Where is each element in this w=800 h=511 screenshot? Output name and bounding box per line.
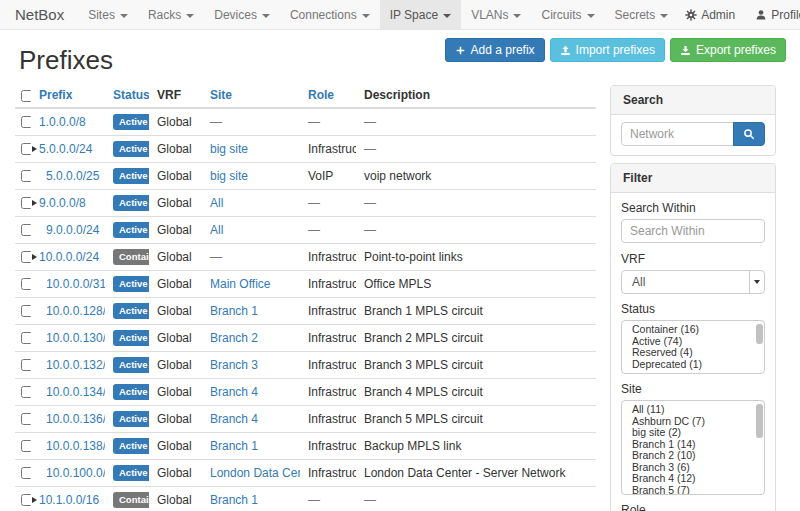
nav-item-sites[interactable]: Sites (78, 0, 138, 29)
site-link[interactable]: All (210, 223, 223, 237)
search-input[interactable] (621, 122, 734, 146)
listbox-option[interactable]: Reserved (4) (622, 347, 764, 359)
row-checkbox[interactable] (21, 440, 31, 452)
status-listbox[interactable]: Container (16)Active (74)Reserved (4)Dep… (621, 320, 765, 374)
description-cell: Branch 1 MPLS circuit (356, 298, 596, 325)
row-checkbox[interactable] (21, 332, 31, 344)
app-brand[interactable]: NetBox (0, 0, 78, 29)
site-link[interactable]: Branch 1 (210, 304, 258, 318)
nav-item-connections[interactable]: Connections (280, 0, 380, 29)
row-checkbox[interactable] (21, 494, 31, 506)
row-checkbox[interactable] (21, 197, 31, 209)
row-checkbox[interactable] (21, 251, 31, 263)
prefix-link[interactable]: 9.0.0.0/24 (46, 223, 99, 237)
row-checkbox[interactable] (21, 278, 31, 290)
listbox-option[interactable]: All (11) (622, 404, 764, 416)
listbox-option[interactable]: Deprecated (1) (622, 359, 764, 371)
prefix-link[interactable]: 10.0.0.128/31 (46, 304, 105, 318)
role-filter-label: Role (621, 503, 765, 511)
empty-value: — (308, 115, 320, 129)
prefix-link[interactable]: 10.0.0.130/31 (46, 331, 105, 345)
description-cell: — (356, 217, 596, 244)
prefix-link[interactable]: 10.1.0.0/16 (39, 493, 99, 507)
site-link[interactable]: big site (210, 142, 248, 156)
prefix-link[interactable]: 10.0.0.132/31 (46, 358, 105, 372)
role-cell: Infrastructure (300, 136, 356, 163)
scrollbar-thumb[interactable] (756, 404, 763, 438)
prefix-link[interactable]: 10.0.100.0/24 (46, 466, 105, 480)
site-link[interactable]: Branch 3 (210, 358, 258, 372)
site-link[interactable]: Branch 4 (210, 385, 258, 399)
nav-item-profile[interactable]: Profile (748, 0, 800, 29)
prefix-link[interactable]: 1.0.0.0/8 (39, 115, 86, 129)
site-cell: Branch 1 (202, 487, 300, 511)
nav-item-circuits[interactable]: Circuits (531, 0, 604, 29)
prefix-link[interactable]: 10.0.0.0/31 (46, 277, 105, 291)
site-link[interactable]: Main Office (210, 277, 270, 291)
listbox-option[interactable]: Container (16) (622, 324, 764, 336)
site-link[interactable]: Branch 1 (210, 439, 258, 453)
import-prefixes-button[interactable]: Import prefixes (550, 38, 665, 62)
add-prefix-button[interactable]: Add a prefix (445, 38, 545, 62)
site-link[interactable]: All (210, 196, 223, 210)
column-header-role[interactable]: Role (300, 83, 356, 108)
table-action-buttons: Add a prefix Import prefixes Export pref… (445, 38, 786, 62)
listbox-option[interactable]: Branch 5 (7) (622, 485, 764, 496)
nav-item-admin[interactable]: Admin (678, 0, 742, 29)
row-checkbox[interactable] (21, 413, 31, 425)
description-value: Backup MPLS link (364, 439, 461, 453)
column-header-status[interactable]: Status (105, 83, 149, 108)
site-link[interactable]: Branch 4 (210, 412, 258, 426)
prefix-link[interactable]: 10.0.0.138/31 (46, 439, 105, 453)
nav-item-vlans[interactable]: VLANs (461, 0, 531, 29)
row-checkbox[interactable] (21, 224, 31, 236)
site-link[interactable]: big site (210, 169, 248, 183)
vrf-select[interactable]: All (621, 270, 765, 294)
row-checkbox[interactable] (21, 170, 31, 182)
prefix-link[interactable]: 10.0.0.134/31 (46, 385, 105, 399)
site-link[interactable]: Branch 1 (210, 493, 258, 507)
listbox-option[interactable]: big site (2) (622, 427, 764, 439)
select-all-checkbox[interactable] (21, 90, 31, 102)
prefix-link[interactable]: 5.0.0.0/24 (39, 142, 92, 156)
vrf-value: Global (157, 223, 192, 237)
site-filter-label: Site (621, 382, 765, 396)
row-checkbox[interactable] (21, 305, 31, 317)
row-checkbox[interactable] (21, 467, 31, 479)
expand-caret-icon[interactable] (32, 146, 37, 152)
site-listbox[interactable]: All (11)Ashburn DC (7)big site (2)Branch… (621, 400, 765, 495)
site-link[interactable]: London Data Center (210, 466, 300, 480)
site-link[interactable]: Branch 2 (210, 331, 258, 345)
expand-caret-icon[interactable] (32, 254, 37, 260)
empty-value: — (308, 196, 320, 210)
import-prefixes-label: Import prefixes (576, 43, 655, 57)
vrf-value: Global (157, 196, 192, 210)
prefix-link[interactable]: 9.0.0.0/8 (39, 196, 86, 210)
scrollbar-thumb[interactable] (756, 324, 763, 344)
row-checkbox[interactable] (21, 116, 31, 128)
nav-item-devices[interactable]: Devices (204, 0, 280, 29)
status-badge: Active (113, 438, 149, 454)
row-checkbox[interactable] (21, 386, 31, 398)
role-value: Infrastructure (308, 466, 356, 480)
listbox-option[interactable]: Branch 4 (12) (622, 473, 764, 485)
search-button[interactable] (733, 122, 765, 146)
nav-item-racks[interactable]: Racks (138, 0, 204, 29)
role-cell: — (300, 108, 356, 136)
listbox-option[interactable]: Branch 2 (10) (622, 450, 764, 462)
prefix-link[interactable]: 10.0.0.136/31 (46, 412, 105, 426)
prefix-link[interactable]: 5.0.0.0/25 (46, 169, 99, 183)
nav-item-secrets[interactable]: Secrets (605, 0, 679, 29)
expand-caret-icon[interactable] (32, 497, 37, 503)
column-header-site[interactable]: Site (202, 83, 300, 108)
row-checkbox[interactable] (21, 359, 31, 371)
nav-item-ip-space[interactable]: IP Space (380, 0, 461, 29)
row-checkbox[interactable] (21, 143, 31, 155)
search-within-input[interactable] (621, 219, 765, 243)
column-header-prefix[interactable]: Prefix (31, 83, 105, 108)
description-value: Branch 4 MPLS circuit (364, 385, 483, 399)
export-prefixes-button[interactable]: Export prefixes (670, 38, 786, 62)
expand-caret-icon[interactable] (32, 200, 37, 206)
table-row: 10.0.0.0/31ActiveGlobalMain OfficeInfras… (15, 271, 596, 298)
prefix-link[interactable]: 10.0.0.0/24 (39, 250, 99, 264)
